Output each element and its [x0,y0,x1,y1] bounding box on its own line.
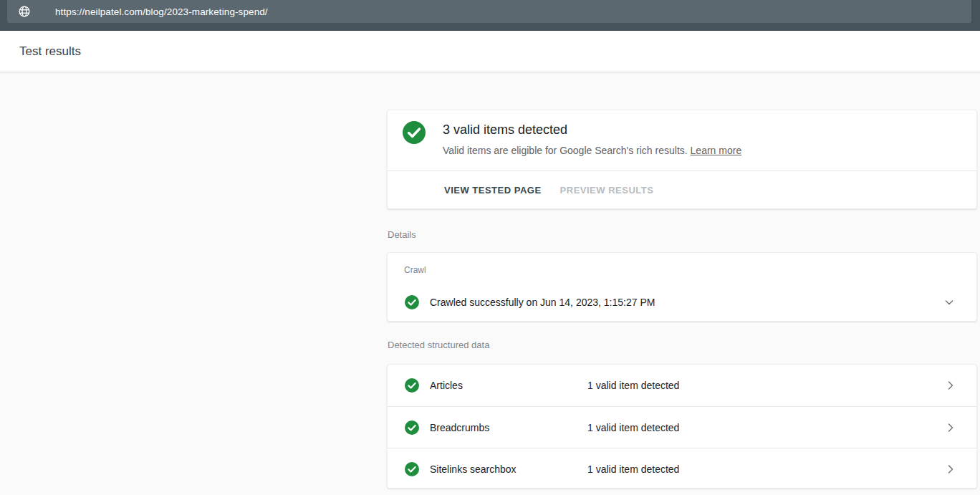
structured-data-section-label: Detected structured data [388,340,489,350]
crawl-label: Crawl [404,265,426,275]
crawl-card[interactable]: Crawl Crawled successfully on Jun 14, 20… [387,252,977,322]
summary-title: 3 valid items detected [443,122,567,138]
check-circle-icon [405,462,419,476]
crawl-status-text: Crawled successfully on Jun 14, 2023, 1:… [430,297,655,308]
check-circle-icon [405,378,419,393]
chevron-down-icon[interactable] [942,295,956,309]
globe-icon [18,5,31,18]
view-tested-page-button[interactable]: VIEW TESTED PAGE [443,181,543,200]
summary-subtitle-text: Valid items are eligible for Google Sear… [443,145,688,156]
structured-data-row-breadcrumbs[interactable]: Breadcrumbs 1 valid item detected [388,406,976,448]
crawl-status-row[interactable]: Crawled successfully on Jun 14, 2023, 1:… [388,289,976,316]
learn-more-link[interactable]: Learn more [691,145,742,156]
check-circle-icon [403,121,426,144]
check-circle-icon [405,295,419,309]
row-value: 1 valid item detected [587,463,679,475]
details-section-label: Details [388,229,416,240]
chevron-right-icon[interactable] [943,378,958,393]
row-value: 1 valid item detected [587,422,679,433]
row-value: 1 valid item detected [587,380,679,391]
browser-toolbar: https://neilpatel.com/blog/2023-marketin… [0,0,980,31]
chevron-right-icon[interactable] [943,462,958,476]
summary-actions: VIEW TESTED PAGE PREVIEW RESULTS [443,171,655,209]
check-circle-icon [405,420,419,435]
summary-card-body: 3 valid items detected Valid items are e… [388,110,976,170]
url-text: https://neilpatel.com/blog/2023-marketin… [55,6,268,17]
preview-results-button[interactable]: PREVIEW RESULTS [559,181,655,200]
page-title: Test results [19,44,81,59]
url-bar[interactable]: https://neilpatel.com/blog/2023-marketin… [7,0,971,23]
chevron-right-icon[interactable] [943,420,958,435]
page-header: Test results [0,31,980,72]
summary-card: 3 valid items detected Valid items are e… [387,110,977,209]
row-label: Sitelinks searchbox [430,463,587,475]
row-label: Articles [430,380,587,391]
structured-data-card: Articles 1 valid item detected Breadcrum… [387,364,977,489]
structured-data-row-sitelinks-searchbox[interactable]: Sitelinks searchbox 1 valid item detecte… [388,448,976,489]
row-label: Breadcrumbs [430,422,587,433]
summary-subtitle: Valid items are eligible for Google Sear… [443,145,741,156]
structured-data-row-articles[interactable]: Articles 1 valid item detected [388,365,976,406]
